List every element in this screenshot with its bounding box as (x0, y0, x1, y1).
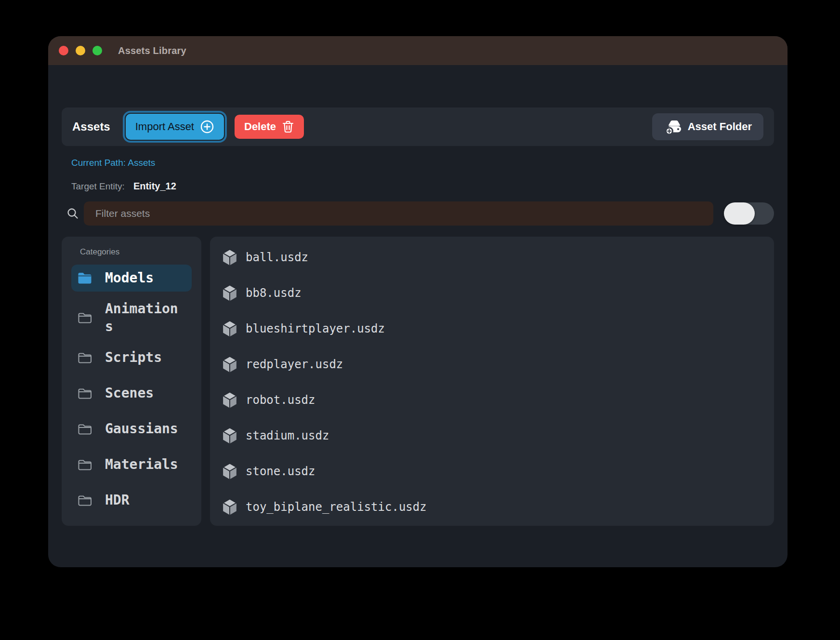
asset-filename: bb8.usdz (246, 286, 302, 300)
folder-icon (77, 311, 92, 325)
sidebar-item-gaussians[interactable]: Gaussians (71, 416, 192, 443)
categories-heading: Categories (80, 247, 192, 257)
asset-row[interactable]: redplayer.usdz (210, 347, 774, 382)
zoom-icon[interactable] (92, 46, 102, 55)
cube-icon (222, 320, 238, 337)
category-label: HDR (105, 492, 130, 509)
plus-circle-icon (200, 120, 214, 134)
search-icon (62, 207, 84, 220)
sidebar-item-hdr[interactable]: HDR (71, 487, 192, 514)
asset-filename: redplayer.usdz (246, 358, 343, 371)
cube-icon (222, 356, 238, 373)
close-icon[interactable] (59, 46, 68, 55)
category-label: Models (105, 269, 154, 287)
folder-open-icon (77, 271, 92, 285)
asset-row[interactable]: toy_biplane_realistic.usdz (210, 489, 774, 525)
filter-assets-input[interactable] (84, 201, 713, 226)
sidebar-item-animations[interactable]: Animations (71, 300, 192, 336)
folder-icon (77, 387, 92, 400)
title-bar: Assets Library (48, 36, 788, 65)
filter-toggle-switch[interactable] (724, 202, 774, 225)
window-content: Assets Import Asset Delete (48, 65, 788, 567)
minimize-icon[interactable] (76, 46, 85, 55)
asset-filename: stone.usdz (246, 465, 315, 478)
delete-label: Delete (244, 120, 276, 133)
cube-icon (222, 463, 238, 480)
asset-row[interactable]: bb8.usdz (210, 275, 774, 311)
assets-library-window: Assets Library Assets Import Asset Delet… (48, 36, 788, 567)
sidebar-item-scenes[interactable]: Scenes (71, 380, 192, 407)
asset-filename: toy_biplane_realistic.usdz (246, 500, 427, 514)
cube-icon (222, 498, 238, 516)
categories-list: Models Animations Scripts (71, 265, 192, 514)
toolbar: Assets Import Asset Delete (62, 107, 774, 146)
folder-icon (77, 494, 92, 507)
current-path-link[interactable]: Current Path: Assets (62, 158, 774, 168)
asset-filename: stadium.usdz (246, 429, 329, 442)
cube-icon (222, 391, 238, 409)
asset-row[interactable]: robot.usdz (210, 382, 774, 418)
category-label: Animations (105, 300, 181, 336)
sidebar-item-scripts[interactable]: Scripts (71, 345, 192, 372)
target-entity-value: Entity_12 (133, 181, 176, 192)
category-label: Scripts (105, 349, 162, 367)
folder-icon (77, 458, 92, 472)
asset-list-panel: ball.usdz bb8.usdz blueshirtplayer.usdz (210, 237, 774, 526)
asset-filename: robot.usdz (246, 393, 315, 407)
folder-icon (77, 351, 92, 365)
sidebar-item-materials[interactable]: Materials (71, 452, 192, 479)
asset-row[interactable]: stadium.usdz (210, 418, 774, 453)
asset-folder-label: Asset Folder (688, 120, 752, 133)
sidebar-item-models[interactable]: Models (71, 265, 192, 292)
category-label: Scenes (105, 385, 154, 402)
asset-row[interactable]: stone.usdz (210, 453, 774, 489)
target-entity-row: Target Entity: Entity_12 (62, 181, 774, 192)
filter-row (62, 201, 774, 226)
target-entity-label: Target Entity: (71, 181, 125, 192)
category-label: Gaussians (105, 420, 178, 438)
cube-icon (222, 284, 238, 302)
asset-folder-button[interactable]: Asset Folder (652, 113, 763, 140)
asset-row[interactable]: blueshirtplayer.usdz (210, 311, 774, 347)
import-asset-label: Import Asset (135, 120, 194, 133)
trash-icon (282, 120, 294, 133)
asset-filename: blueshirtplayer.usdz (246, 322, 385, 335)
category-label: Materials (105, 456, 178, 474)
folder-icon (77, 423, 92, 436)
cube-icon (222, 249, 238, 266)
import-asset-button[interactable]: Import Asset (126, 114, 224, 140)
panels-row: Categories Models Animations (62, 237, 774, 526)
asset-row[interactable]: ball.usdz (210, 240, 774, 275)
desktop: { "window": { "title": "Assets Library" … (0, 0, 840, 640)
toggle-knob (724, 202, 755, 225)
assets-heading: Assets (72, 120, 110, 133)
folder-plus-icon (664, 118, 682, 135)
categories-sidebar: Categories Models Animations (62, 237, 201, 526)
asset-filename: ball.usdz (246, 251, 308, 264)
delete-button[interactable]: Delete (235, 115, 304, 139)
cube-icon (222, 427, 238, 444)
window-title: Assets Library (118, 45, 186, 56)
